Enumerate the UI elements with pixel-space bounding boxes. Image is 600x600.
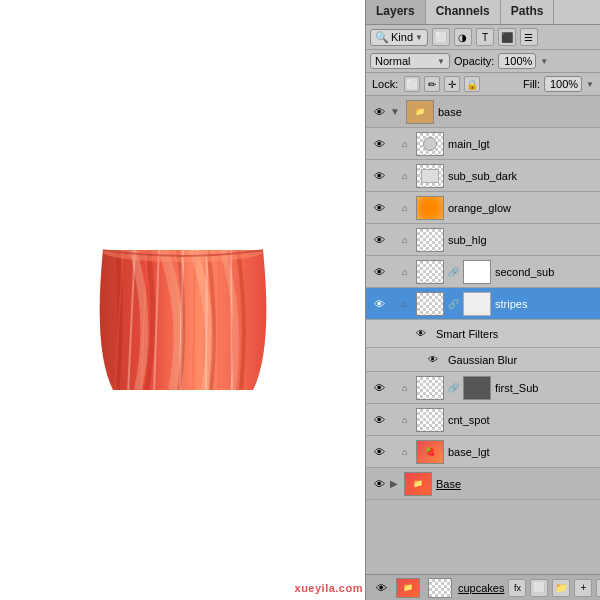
visibility-eye-gaussian[interactable]: 👁 <box>424 351 442 369</box>
new-group-btn[interactable]: 📁 <box>552 579 570 597</box>
filter-adjust-btn[interactable]: ◑ <box>454 28 472 46</box>
thumb-first-sub <box>416 376 444 400</box>
lock-label: Lock: <box>372 78 398 90</box>
mask-stripes <box>463 292 491 316</box>
thumb-base-lgt: 🍓 <box>416 440 444 464</box>
lock-move-btn[interactable]: ✛ <box>444 76 460 92</box>
link-cnt-spot: ⌂ <box>402 415 412 425</box>
visibility-eye-sub-hlg[interactable]: 👁 <box>370 231 388 249</box>
layer-main-lgt[interactable]: 👁 ⌂ main_lgt <box>366 128 600 160</box>
kind-row: 🔍 Kind ▼ ⬜ ◑ T ⬛ ☰ <box>366 25 600 50</box>
layer-base-lgt[interactable]: 👁 ⌂ 🍓 base_lgt <box>366 436 600 468</box>
blend-mode-select[interactable]: Normal ▼ <box>370 53 450 69</box>
thumb-main-lgt <box>416 132 444 156</box>
lock-all-btn[interactable]: 🔒 <box>464 76 480 92</box>
search-icon: 🔍 <box>375 31 389 44</box>
link-second-sub: ⌂ <box>402 267 412 277</box>
filter-type-btn[interactable]: T <box>476 28 494 46</box>
layer-name-cnt-spot: cnt_spot <box>448 414 596 426</box>
bottom-bar: 👁 📁 cupcakes fx ⬜ 📁 + 🗑 <box>366 574 600 600</box>
layer-Base-group[interactable]: 👁 ▶ 📁 Base <box>366 468 600 500</box>
link-stripes: ⌂ <box>402 299 412 309</box>
visibility-eye-base[interactable]: 👁 <box>370 103 388 121</box>
visibility-eye-main-lgt[interactable]: 👁 <box>370 135 388 153</box>
mask-cupcakes <box>428 578 452 598</box>
thumb-sub-sub-dark <box>416 164 444 188</box>
layer-name-second-sub: second_sub <box>495 266 596 278</box>
filter-shape-btn[interactable]: ⬛ <box>498 28 516 46</box>
layer-name-base-lgt: base_lgt <box>448 446 596 458</box>
lock-icons: ⬜ ✏ ✛ 🔒 <box>404 76 480 92</box>
visibility-eye-cupcakes[interactable]: 👁 <box>372 579 390 597</box>
visibility-eye-orange-glow[interactable]: 👁 <box>370 199 388 217</box>
opacity-input[interactable]: 100% <box>498 53 536 69</box>
visibility-eye-cnt-spot[interactable]: 👁 <box>370 411 388 429</box>
thumb-sub-hlg <box>416 228 444 252</box>
visibility-eye-second-sub[interactable]: 👁 <box>370 263 388 281</box>
layer-sub-sub-dark[interactable]: 👁 ⌂ sub_sub_dark <box>366 160 600 192</box>
lock-pixel-btn[interactable]: ⬜ <box>404 76 420 92</box>
layer-name-first-sub: first_Sub <box>495 382 596 394</box>
fill-input[interactable]: 100% <box>544 76 582 92</box>
add-mask-btn[interactable]: ⬜ <box>530 579 548 597</box>
layer-cnt-spot[interactable]: 👁 ⌂ cnt_spot <box>366 404 600 436</box>
layers-panel: Layers Channels Paths 🔍 Kind ▼ ⬜ ◑ T ⬛ ☰… <box>365 0 600 600</box>
thumb-base-group: 📁 <box>406 100 434 124</box>
tab-layers[interactable]: Layers <box>366 0 426 24</box>
fill-area: Fill: 100% ▼ <box>523 76 594 92</box>
blend-dropdown-arrow: ▼ <box>437 57 445 66</box>
visibility-eye-Base[interactable]: 👁 <box>370 475 388 493</box>
filter-pixel-btn[interactable]: ⬜ <box>432 28 450 46</box>
lock-paint-btn[interactable]: ✏ <box>424 76 440 92</box>
tab-channels[interactable]: Channels <box>426 0 501 24</box>
delete-layer-btn[interactable]: 🗑 <box>596 579 600 597</box>
kind-dropdown-arrow: ▼ <box>415 33 423 42</box>
visibility-eye-first-sub[interactable]: 👁 <box>370 379 388 397</box>
visibility-eye-stripes[interactable]: 👁 <box>370 295 388 313</box>
layer-stripes[interactable]: 👁 ⌂ 🔗 stripes <box>366 288 600 320</box>
cupcake-image <box>73 190 293 410</box>
blend-opacity-row: Normal ▼ Opacity: 100% ▼ <box>366 50 600 73</box>
layer-orange-glow[interactable]: 👁 ⌂ orange_glow <box>366 192 600 224</box>
fill-label: Fill: <box>523 78 540 90</box>
svg-point-11 <box>103 242 263 262</box>
thumb-Base-group: 📁 <box>404 472 432 496</box>
visibility-eye-smart-filters[interactable]: 👁 <box>412 325 430 343</box>
link-first-sub: ⌂ <box>402 383 412 393</box>
layer-first-sub[interactable]: 👁 ⌂ 🔗 first_Sub <box>366 372 600 404</box>
collapse-arrow-base[interactable]: ▼ <box>390 106 400 117</box>
kind-select[interactable]: 🔍 Kind ▼ <box>370 29 428 46</box>
gaussian-blur-label: Gaussian Blur <box>448 354 517 366</box>
visibility-eye-sub-sub-dark[interactable]: 👁 <box>370 167 388 185</box>
thumb-cupcakes: 📁 <box>396 578 420 598</box>
tab-paths[interactable]: Paths <box>501 0 555 24</box>
panel-action-buttons: fx ⬜ 📁 + 🗑 <box>508 579 600 597</box>
layer-name-sub-hlg: sub_hlg <box>448 234 596 246</box>
layer-second-sub[interactable]: 👁 ⌂ 🔗 second_sub <box>366 256 600 288</box>
collapse-arrow-Base[interactable]: ▶ <box>390 478 398 489</box>
smart-filters-header: 👁 Smart Filters <box>366 320 600 348</box>
add-style-btn[interactable]: fx <box>508 579 526 597</box>
mask-second-sub <box>463 260 491 284</box>
fill-dropdown-arrow: ▼ <box>586 80 594 89</box>
thumb-second-sub <box>416 260 444 284</box>
opacity-dropdown-arrow: ▼ <box>540 57 548 66</box>
canvas-area: xueyila.com <box>0 0 365 600</box>
svg-line-9 <box>231 245 232 395</box>
filter-smart-btn[interactable]: ☰ <box>520 28 538 46</box>
blend-mode-value: Normal <box>375 55 410 67</box>
panel-tabs: Layers Channels Paths <box>366 0 600 25</box>
layer-base-group[interactable]: 👁 ▼ 📁 base <box>366 96 600 128</box>
chain-stripes: 🔗 <box>448 299 459 309</box>
kind-label: Kind <box>391 31 413 43</box>
layer-name-main-lgt: main_lgt <box>448 138 596 150</box>
layers-list: 👁 ▼ 📁 base 👁 ⌂ main_lgt 👁 ⌂ sub_sub_dark <box>366 96 600 574</box>
new-layer-btn[interactable]: + <box>574 579 592 597</box>
visibility-eye-base-lgt[interactable]: 👁 <box>370 443 388 461</box>
layer-name-sub-sub-dark: sub_sub_dark <box>448 170 596 182</box>
thumb-orange-glow <box>416 196 444 220</box>
thumb-stripes <box>416 292 444 316</box>
layer-sub-hlg[interactable]: 👁 ⌂ sub_hlg <box>366 224 600 256</box>
layer-name-Base: Base <box>436 478 596 490</box>
gaussian-blur-item[interactable]: 👁 Gaussian Blur <box>366 348 600 372</box>
